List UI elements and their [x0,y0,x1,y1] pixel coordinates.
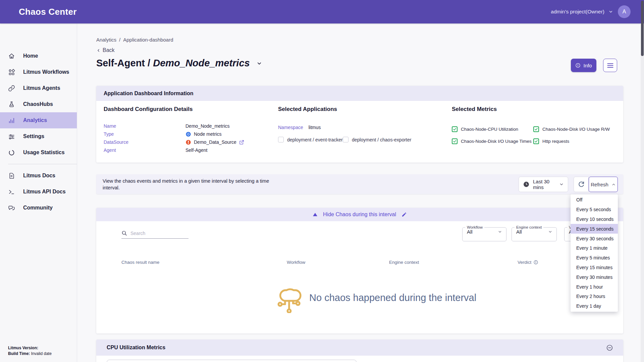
search-input[interactable] [130,231,184,236]
config-name-label: Name [104,123,185,129]
dashboard-options-button[interactable] [603,59,617,72]
menu-item-every-10-seconds[interactable]: Every 10 seconds [571,215,618,224]
chevron-up-icon [611,182,616,187]
sidebar-item-litmus-workflows[interactable]: Litmus Workflows [0,64,77,80]
chaos-center-app: Chaos Center admin's project(Owner) A Ho… [0,0,644,362]
cloud-network-icon [276,282,302,313]
check-icon [453,139,457,143]
community-icon [8,204,15,212]
menu-item-off[interactable]: Off [571,195,618,205]
checkbox-disk-io-times[interactable] [452,138,458,144]
build-time-label: Build Time: [8,351,30,356]
panel-header: Application Dashboard Information [96,86,623,101]
verdict-info-icon[interactable] [533,260,538,265]
sidebar-item-home[interactable]: Home [0,48,77,64]
menu-item-every-5-minutes[interactable]: Every 5 minutes [571,253,618,263]
workflow-filter[interactable]: Workflow All [462,225,506,241]
checkbox-event-tracker[interactable] [278,137,284,142]
workflow-filter-value: All [467,229,473,235]
time-interval-bar: View the chaos events and metrics in a g… [96,174,623,194]
sidebar-item-litmus-agents[interactable]: Litmus Agents [0,80,77,96]
sidebar: Home Litmus Workflows Litmus Agents Chao… [0,23,77,362]
collapse-minus-icon[interactable] [606,344,613,351]
config-type-value: Node metrics [194,131,221,137]
checkbox-event-tracker-label: deployment / event-tracker [287,137,343,142]
refresh-rate-button[interactable]: Refresh [589,177,618,192]
info-icon [575,63,581,68]
page-title: Self-Agent / Demo_Node_metrics [96,58,250,69]
prometheus-icon [185,139,191,145]
menu-item-every-30-seconds[interactable]: Every 30 seconds [571,234,618,243]
menu-item-every-1-day[interactable]: Every 1 day [571,301,618,311]
column-engine-context: Engine context [389,260,419,265]
checkbox-chaos-exporter[interactable] [343,137,348,142]
metric-http-label: Http requests [542,139,569,144]
version-info: Litmus Version: Build Time: Invalid date [8,345,52,357]
sidebar-item-chaoshubs[interactable]: ChaosHubs [0,96,77,112]
clock-icon [523,181,530,188]
menu-item-every-5-seconds[interactable]: Every 5 seconds [571,205,618,215]
hide-chaos-label[interactable]: Hide Chaos during this interval [323,212,396,218]
avatar[interactable]: A [618,5,631,18]
namespace-value: litmus [309,125,321,130]
node-metrics-icon [185,131,191,137]
interval-description: View the chaos events and metrics in a g… [103,178,284,191]
checkbox-http-requests[interactable] [533,138,539,144]
sidebar-item-community[interactable]: Community [0,200,77,216]
empty-state: No chaos happened during the interval [276,282,476,313]
refresh-now-button[interactable] [574,177,589,192]
config-type-label: Type [104,131,185,137]
menu-item-every-2-hours[interactable]: Every 2 hours [571,292,618,301]
chevron-down-icon [498,230,502,234]
sidebar-item-litmus-api-docs[interactable]: Litmus API Docs [0,184,77,200]
external-link-icon[interactable] [239,140,244,145]
menu-item-every-30-minutes[interactable]: Every 30 minutes [571,272,618,282]
menu-item-every-1-hour[interactable]: Every 1 hour [571,282,618,292]
refresh-rate-label: Refresh [591,182,608,187]
settings-icon [8,133,15,140]
collapse-triangle-icon[interactable] [313,213,318,217]
scrollbar-thumb[interactable] [641,1,644,56]
edit-pencil-icon[interactable] [401,212,407,217]
engine-context-filter[interactable]: Engine context All [512,225,557,241]
breadcrumb: Analytics / Application-dashboard [96,37,173,43]
column-chaos-result-name: Chaos result name [121,260,159,265]
checkbox-cpu-utilization[interactable] [452,126,458,132]
dashboard-title-row: Self-Agent / Demo_Node_metrics [96,58,263,69]
sidebar-item-litmus-docs[interactable]: Litmus Docs [0,168,77,184]
search-field [121,228,189,239]
checkbox-disk-io-rw[interactable] [533,126,539,132]
selected-applications-title: Selected Applications [278,106,337,113]
title-chevron-down-icon[interactable] [256,60,263,67]
time-range-select[interactable]: Last 30 mins [519,177,568,192]
back-button[interactable]: Back [96,47,115,53]
namespace-label: Namespace [278,125,303,130]
top-bar: Chaos Center admin's project(Owner) A [0,0,644,23]
check-icon [453,127,457,131]
sidebar-item-usage-statistics[interactable]: Usage Statistics [0,144,77,161]
sidebar-item-analytics[interactable]: Analytics [0,112,77,128]
chevron-down-icon [608,9,613,14]
config-agent-label: Agent [104,147,185,153]
info-button[interactable]: Info [571,59,596,72]
cpu-utilization-panel: CPU Utilization Metrics [96,340,623,362]
api-docs-icon [8,188,15,195]
project-selector[interactable]: admin's project(Owner) [551,9,613,15]
sidebar-item-settings[interactable]: Settings [0,128,77,144]
menu-item-every-15-seconds[interactable]: Every 15 seconds [571,224,618,234]
chaoshubs-icon [8,101,15,108]
selected-metrics-title: Selected Metrics [452,106,497,113]
breadcrumb-current: Application-dashboard [123,37,173,43]
cpu-panel-title: CPU Utilization Metrics [107,345,165,351]
menu-item-every-1-minute[interactable]: Every 1 minute [571,243,618,253]
analytics-icon [8,117,15,124]
menu-item-every-15-minutes[interactable]: Every 15 minutes [571,263,618,273]
litmus-version-label: Litmus Version: [8,346,38,350]
scrollbar-track[interactable] [641,23,644,362]
check-icon [534,139,538,143]
cpu-panel-header: CPU Utilization Metrics [96,340,623,356]
check-icon [534,127,538,131]
breadcrumb-analytics[interactable]: Analytics [96,37,116,43]
workflows-icon [8,69,15,76]
application-dashboard-information-panel: Application Dashboard Information Dashbo… [96,86,623,163]
